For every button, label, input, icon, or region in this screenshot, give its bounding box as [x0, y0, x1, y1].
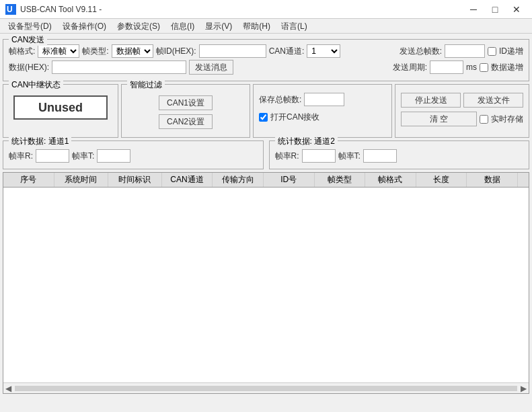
table-rows [3, 188, 529, 382]
menu-params[interactable]: 参数设定(S) [112, 20, 165, 32]
id-increment-checkbox[interactable] [488, 47, 496, 56]
can-send-group: CAN发送 帧格式: 标准帧 扩展帧 帧类型: 数据帧 远程帧 帧ID(HEX)… [3, 39, 529, 81]
stats-channel2: 统计数据: 通道2 帧率R: 0 帧率T: 0 [269, 140, 530, 169]
filter-group: 智能过滤 CAN1设置 CAN2设置 [121, 84, 250, 138]
data-increment-checkbox[interactable] [480, 63, 488, 72]
th-data: 数据 [467, 173, 518, 187]
th-frameformat: 帧格式 [365, 173, 416, 187]
menu-language[interactable]: 语言(L) [276, 20, 313, 32]
can-send-label: CAN发送 [9, 34, 47, 46]
menu-device-type[interactable]: 设备型号(D) [3, 20, 57, 32]
relay-group: CAN中继状态 Unused [3, 84, 118, 138]
th-direction: 传输方向 [213, 173, 264, 187]
filter-label: 智能过滤 [127, 79, 165, 91]
frame-id-label: 帧ID(HEX): [156, 46, 196, 57]
h-scroll-track[interactable] [15, 386, 517, 391]
frame-id-input[interactable]: 00 00 00 01 [199, 44, 266, 58]
clear-button[interactable]: 清 空 [401, 112, 477, 126]
open-can-checkbox[interactable] [259, 113, 268, 122]
send-period-input[interactable]: 10 [430, 60, 463, 74]
save-total-frames-input[interactable]: 0 [304, 93, 344, 106]
menu-info[interactable]: 信息(I) [165, 20, 200, 32]
frame-rate-t2-input[interactable]: 0 [363, 149, 397, 163]
svg-text:U: U [7, 5, 13, 14]
save-total-frames-label: 保存总帧数: [259, 94, 301, 106]
frame-rate-r1-input[interactable]: 0 [36, 149, 69, 163]
can-channel-label: CAN通道: [269, 46, 305, 57]
window-controls: ─ □ ✕ [463, 3, 527, 16]
data-hex-label: 数据(HEX): [9, 62, 49, 73]
table-body[interactable] [3, 188, 529, 382]
table-container: 序号 系统时间 时间标识 CAN通道 传输方向 ID号 帧类型 帧格式 长度 数… [3, 172, 529, 394]
total-frames-label: 发送总帧数: [400, 46, 442, 57]
can-send-row1: 帧格式: 标准帧 扩展帧 帧类型: 数据帧 远程帧 帧ID(HEX): 00 0… [9, 44, 523, 58]
minimize-button[interactable]: ─ [463, 3, 484, 16]
action-group: 停止发送 发送文件 清 空 实时存储 [395, 84, 529, 138]
send-period-label: 发送周期: [393, 62, 427, 73]
main-content: CAN发送 帧格式: 标准帧 扩展帧 帧类型: 数据帧 远程帧 帧ID(HEX)… [0, 34, 532, 397]
close-button[interactable]: ✕ [506, 3, 527, 16]
total-frames-input[interactable]: 1 [445, 44, 485, 58]
h-scroll-right-icon[interactable]: ▶ [519, 384, 529, 393]
th-systime: 系统时间 [54, 173, 108, 187]
frame-rate-t1-label: 帧率T: [72, 151, 94, 162]
stats-row: 统计数据: 通道1 帧率R: 0 帧率T: 0 统计数据: 通道2 帧率R: 0… [3, 140, 529, 169]
menu-device-op[interactable]: 设备操作(O) [57, 20, 112, 32]
id-increment-label: ID递增 [499, 46, 523, 57]
th-length: 长度 [416, 173, 467, 187]
stats-ch1-label: 统计数据: 通道1 [9, 136, 71, 147]
send-period-unit: ms [466, 63, 477, 72]
th-scroll-spacer [518, 173, 529, 187]
data-increment-label: 数据递增 [491, 62, 523, 73]
menu-help[interactable]: 帮助(H) [237, 20, 276, 32]
frame-type-select[interactable]: 数据帧 远程帧 [112, 44, 153, 58]
can2-settings-button[interactable]: CAN2设置 [159, 114, 213, 129]
window-title: USB-CAN Tool V9.11 - [20, 5, 102, 14]
table-header: 序号 系统时间 时间标识 CAN通道 传输方向 ID号 帧类型 帧格式 长度 数… [3, 173, 529, 188]
relay-label: CAN中继状态 [9, 79, 63, 91]
h-scroll-left-icon[interactable]: ◀ [3, 384, 13, 393]
frame-rate-t1-input[interactable]: 0 [97, 149, 130, 163]
open-can-label: 打开CAN接收 [270, 112, 319, 123]
can1-settings-button[interactable]: CAN1设置 [159, 95, 213, 110]
maximize-button[interactable]: □ [485, 3, 505, 16]
menu-bar: 设备型号(D) 设备操作(O) 参数设定(S) 信息(I) 显示(V) 帮助(H… [0, 19, 532, 34]
frame-rate-r2-input[interactable]: 0 [302, 149, 336, 163]
title-bar: U USB-CAN Tool V9.11 - ─ □ ✕ [0, 0, 532, 19]
frame-format-select[interactable]: 标准帧 扩展帧 [38, 44, 79, 58]
realtime-save-label: 实时存储 [491, 114, 523, 125]
frame-rate-r1-label: 帧率R: [9, 151, 33, 162]
stats-channel1: 统计数据: 通道1 帧率R: 0 帧率T: 0 [3, 140, 264, 169]
th-seq: 序号 [3, 173, 54, 187]
frame-format-label: 帧格式: [9, 46, 35, 57]
stop-send-button[interactable]: 停止发送 [401, 93, 461, 108]
th-frametype: 帧类型 [315, 173, 366, 187]
frame-type-label: 帧类型: [82, 46, 108, 57]
frame-rate-r2-label: 帧率R: [275, 151, 299, 162]
title-bar-left: U USB-CAN Tool V9.11 - [5, 4, 102, 15]
th-channel: CAN通道 [162, 173, 213, 187]
realtime-save-checkbox[interactable] [480, 115, 488, 124]
stats-ch2-label: 统计数据: 通道2 [275, 136, 338, 147]
data-hex-input[interactable]: 00 00 00 00 00 00 00 00 [52, 60, 186, 74]
can-send-row2: 数据(HEX): 00 00 00 00 00 00 00 00 发送消息 发送… [9, 60, 523, 75]
h-scrollbar[interactable]: ◀ ▶ [3, 382, 529, 393]
send-msg-button[interactable]: 发送消息 [189, 60, 233, 75]
unused-button[interactable]: Unused [13, 95, 108, 120]
menu-display[interactable]: 显示(V) [200, 20, 237, 32]
frame-rate-t2-label: 帧率T: [338, 151, 360, 162]
th-id: ID号 [264, 173, 315, 187]
th-timestamp: 时间标识 [108, 173, 162, 187]
send-file-button[interactable]: 发送文件 [463, 93, 523, 108]
save-group: 保存总帧数: 0 打开CAN接收 [253, 84, 392, 138]
can-channel-select[interactable]: 1 2 [307, 44, 340, 58]
app-icon: U [5, 4, 16, 15]
